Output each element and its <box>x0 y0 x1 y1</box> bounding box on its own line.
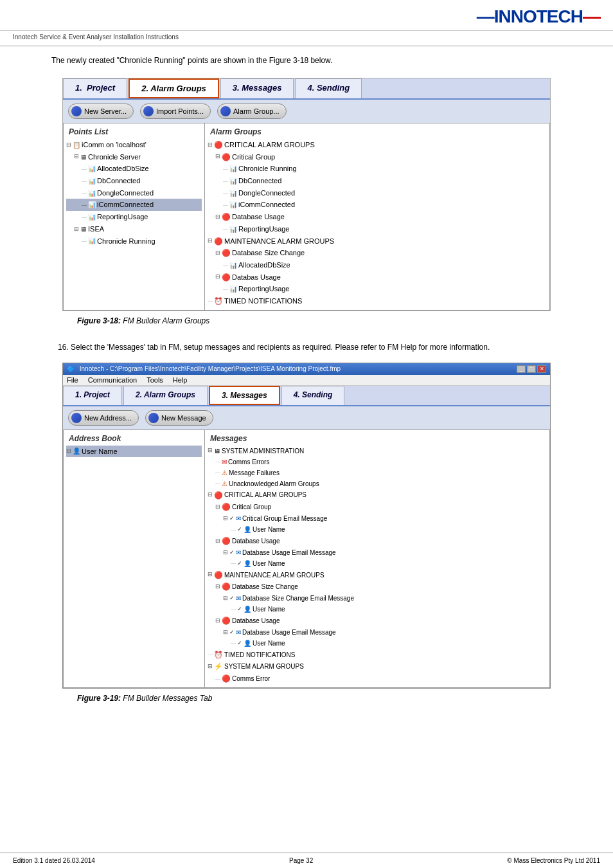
tree-label: Comms Error <box>232 673 270 684</box>
check-icon: ✓ <box>237 525 242 534</box>
leaf-icon: — <box>82 188 87 197</box>
messages-tree: ⊟ 🖥 SYSTEM ADMINISTRATION — ✉ Comms Erro… <box>208 446 547 685</box>
tree-row: — 📊 ReportingUsage <box>208 223 547 235</box>
leaf-icon: — <box>223 285 228 294</box>
expander-icon[interactable]: ⊟ <box>66 446 71 456</box>
new-server-button[interactable]: New Server... <box>68 104 134 119</box>
two-panel-2: Address Book ⊟ 👤 User Name Messages ⊟ 🖥 <box>63 429 550 688</box>
points-list-panel: Points List ⊟ 📋 iComm on 'localhost' ⊟ 🖥… <box>64 123 205 310</box>
footer-left: Edition 3.1 dated 26.03.2014 <box>13 857 95 864</box>
tree-row-selected: ⊟ 👤 User Name <box>66 446 202 458</box>
isea-icon: 🖥 <box>80 224 87 235</box>
timed-icon: ⏰ <box>214 649 223 661</box>
tree-label: User Name <box>82 446 118 458</box>
tree-label: Critical Group <box>232 502 271 512</box>
tab-project-2[interactable]: 1. Project <box>63 386 122 405</box>
close-button[interactable]: ✕ <box>537 365 546 373</box>
tree-row: ⊟ ✓ ✉ Critical Group Email Message <box>208 513 547 524</box>
error-icon: ✉ <box>222 457 227 467</box>
check-icon: ✓ <box>237 638 242 648</box>
tree-label: iComm on 'localhost' <box>82 139 147 151</box>
point-icon: 📊 <box>88 199 96 210</box>
tree-label: Comms Errors <box>228 457 269 467</box>
expander-icon[interactable]: ⊟ <box>74 224 79 234</box>
tab-messages-2[interactable]: 3. Messages <box>209 386 280 405</box>
tree-label: SYSTEM ADMINISTRATION <box>222 446 304 457</box>
group-icon: 🔴 <box>222 535 231 547</box>
tree-row: ⊟ 🔴 Critical Group <box>208 151 547 163</box>
restore-button[interactable]: □ <box>527 365 536 373</box>
minimize-button[interactable]: _ <box>517 365 526 373</box>
new-message-button[interactable]: New Message <box>145 410 213 426</box>
warn-icon2: ⚠ <box>222 478 227 489</box>
tab-alarm-groups-2[interactable]: 2. Alarm Groups <box>123 386 208 405</box>
point-icon: 📊 <box>229 188 237 199</box>
tree-label: Database Usage <box>232 536 280 547</box>
tab-alarm-groups-1[interactable]: 2. Alarm Groups <box>129 78 219 98</box>
alarm-groups-panel: Alarm Groups ⊟ 🔴 CRITICAL ALARM GROUPS ⊟… <box>205 123 549 310</box>
tree-row: — ✓ 👤 User Name <box>208 558 547 569</box>
tree-row: ⊟ ✓ ✉ Database Size Change Email Message <box>208 593 547 604</box>
address-book-tree: ⊟ 👤 User Name <box>66 446 202 458</box>
tree-label: MAINTENANCE ALARM GROUPS <box>224 235 334 248</box>
tree-row: — 📊 Chronicle Running <box>66 235 202 248</box>
expander-icon[interactable]: ⊟ <box>66 140 71 150</box>
figure-3-19-caption: Figure 3-19: FM Builder Messages Tab <box>77 694 587 703</box>
page-content: The newly created "Chronicle Running" po… <box>0 46 613 738</box>
menu-help[interactable]: Help <box>173 376 188 384</box>
tree-label: User Name <box>253 604 285 615</box>
points-list-tree: ⊟ 📋 iComm on 'localhost' ⊟ 🖥 Chronicle S… <box>66 139 202 247</box>
group-icon: 🔴 <box>222 581 231 593</box>
tree-row: ⊟ 🔴 Database Usage <box>208 615 547 627</box>
tree-row-selected: — 📊 iCommConnected <box>66 199 202 211</box>
tree-row: — 📊 Chronicle Running <box>208 163 547 175</box>
tree-row: ⊟ 🖥 ISEA <box>66 223 202 235</box>
expander-icon[interactable]: ⊟ <box>215 212 220 222</box>
tree-label: Critical Group Email Message <box>242 513 327 524</box>
new-address-button[interactable]: New Address... <box>68 410 139 426</box>
toolbar-2: New Address... New Message <box>63 406 550 429</box>
tree-row: — ⏰ TIMED NOTIFICATIONS <box>208 649 547 661</box>
tree-label: DongleConnected <box>238 187 295 199</box>
group-icon: 🔴 <box>222 501 231 513</box>
expander-icon[interactable]: ⊟ <box>74 152 79 161</box>
tab-messages-1[interactable]: 3. Messages <box>220 78 294 98</box>
expander-icon[interactable]: ⊟ <box>208 236 213 246</box>
tab-sending-1[interactable]: 4. Sending <box>295 78 362 98</box>
tree-label: ReportingUsage <box>238 283 290 295</box>
menu-communication[interactable]: Communication <box>88 376 137 384</box>
tree-row: ⊟ 🔴 Critical Group <box>208 501 547 513</box>
check-icon: ✓ <box>229 548 235 557</box>
tab-project-1[interactable]: 1. Project <box>63 78 127 98</box>
alarm-groups-title: Alarm Groups <box>208 126 547 139</box>
tree-row: — 📊 AllocatedDbSize <box>208 259 547 271</box>
leaf-icon: — <box>208 296 213 305</box>
menu-tools[interactable]: Tools <box>147 376 163 384</box>
expander-icon[interactable]: ⊟ <box>208 140 213 150</box>
point-icon: 📊 <box>229 284 237 294</box>
import-points-icon <box>143 106 154 116</box>
tree-label: TIMED NOTIFICATIONS <box>224 649 295 660</box>
tab-bar-1: 1. Project 2. Alarm Groups 3. Messages 4… <box>63 78 550 100</box>
menu-file[interactable]: File <box>67 376 78 384</box>
tree-label: SYSTEM ALARM GROUPS <box>224 661 304 672</box>
tree-row: ⊟ 🔴 CRITICAL ALARM GROUPS <box>208 139 547 151</box>
tree-label: MAINTENANCE ALARM GROUPS <box>224 570 324 581</box>
tab-sending-2[interactable]: 4. Sending <box>281 386 345 405</box>
expander-icon[interactable]: ⊟ <box>215 272 220 282</box>
tree-label: User Name <box>253 524 285 535</box>
alarm-group-icon <box>220 106 231 116</box>
point-icon: 📊 <box>229 163 237 174</box>
warn-icon: ⚠ <box>222 467 227 478</box>
user-icon: 👤 <box>244 524 251 535</box>
expander-icon[interactable]: ⊟ <box>215 152 220 161</box>
leaf-icon: — <box>82 165 87 174</box>
tree-row: — ⏰ TIMED NOTIFICATIONS <box>208 295 547 307</box>
expander-icon[interactable]: ⊟ <box>215 248 220 258</box>
tree-label: Database Usage Email Message <box>242 627 336 638</box>
tree-row: — ✉ Comms Errors <box>208 457 547 467</box>
tree-label: DongleConnected <box>97 187 154 199</box>
address-book-panel: Address Book ⊟ 👤 User Name <box>64 430 205 687</box>
import-points-button[interactable]: Import Points... <box>140 104 211 119</box>
alarm-group-button[interactable]: Alarm Group... <box>217 104 287 119</box>
